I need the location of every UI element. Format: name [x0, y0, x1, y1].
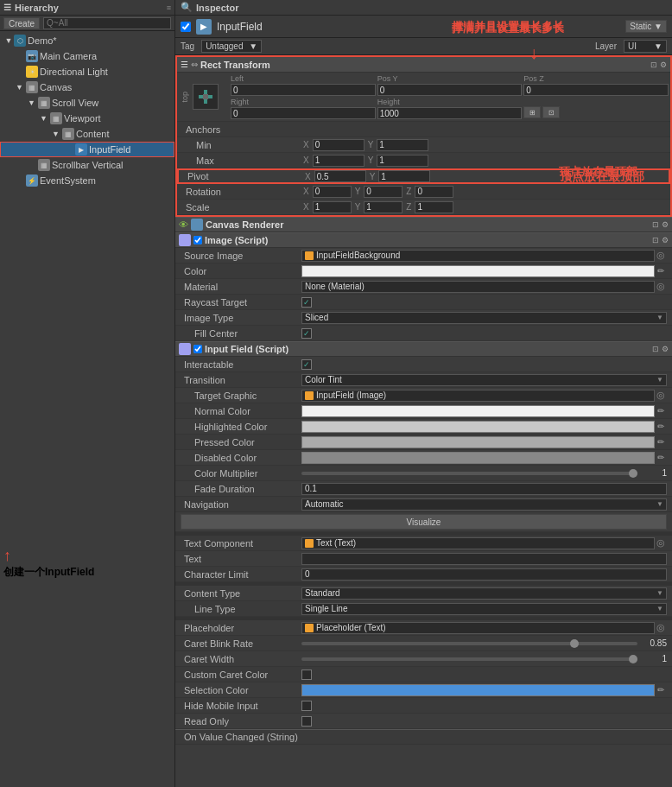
- static-button[interactable]: Static ▼: [625, 20, 667, 33]
- cr-action2[interactable]: ⚙: [662, 220, 669, 229]
- max-y-input[interactable]: [377, 155, 428, 167]
- tree-item-demo[interactable]: ▼ ⬡ Demo*: [0, 33, 174, 48]
- rect-transform-header[interactable]: ☰ ⇔ Rect Transform ⊡ ⚙: [177, 57, 670, 73]
- caret-blink-slider-thumb[interactable]: [570, 639, 579, 648]
- fade-duration-label: Fade Duration: [181, 484, 301, 494]
- is-active-checkbox[interactable]: [193, 236, 202, 244]
- ifs-header[interactable]: Input Field (Script) ⊡ ⚙: [175, 341, 672, 357]
- content-type-dropdown[interactable]: Standard▼: [301, 587, 667, 600]
- tree-item-directional-light[interactable]: ☀ Directional Light: [0, 64, 174, 79]
- fill-center-checkbox[interactable]: ✓: [301, 328, 312, 339]
- tag-value[interactable]: Untagged▼: [201, 40, 262, 53]
- color-pen-icon[interactable]: ✏: [655, 266, 667, 276]
- scale-z[interactable]: [415, 201, 453, 213]
- material-field[interactable]: None (Material): [301, 281, 655, 293]
- disabled-color-swatch[interactable]: [301, 452, 655, 464]
- object-icon: ▶: [196, 19, 212, 35]
- min-y-input[interactable]: [377, 139, 428, 151]
- create-button[interactable]: Create: [3, 17, 40, 29]
- line-type-dropdown[interactable]: Single Line▼: [301, 603, 667, 615]
- ifs-action1[interactable]: ⊡: [652, 345, 659, 353]
- interactable-label: Interactable: [181, 359, 301, 370]
- tc-circle[interactable]: ◎: [655, 537, 667, 549]
- scale-label: Scale: [182, 202, 303, 213]
- tree-item-viewport[interactable]: ▼ ▦ Viewport: [0, 111, 174, 126]
- tree-item-scrollbar[interactable]: ▦ Scrollbar Vertical: [0, 157, 174, 173]
- posz-input[interactable]: [523, 84, 669, 96]
- ifs-active-checkbox[interactable]: [193, 345, 202, 353]
- image-type-dropdown[interactable]: Sliced▼: [301, 312, 667, 324]
- disabled-color-pen[interactable]: ✏: [655, 453, 667, 462]
- image-script-header[interactable]: Image (Script) ⊡ ⚙: [175, 232, 672, 248]
- hierarchy-search[interactable]: [43, 17, 171, 29]
- tree-item-canvas[interactable]: ▼ ▦ Canvas: [0, 79, 174, 95]
- caret-width-slider-thumb[interactable]: [629, 655, 637, 663]
- text-input[interactable]: [301, 553, 667, 565]
- selection-color-swatch[interactable]: [301, 684, 655, 696]
- ph-circle[interactable]: ◎: [655, 622, 667, 633]
- transition-dropdown[interactable]: Color Tint▼: [301, 374, 667, 386]
- anchors-max-row: Max X Y: [177, 153, 670, 168]
- normal-color-swatch[interactable]: [301, 405, 655, 417]
- tree-item-scroll-view[interactable]: ▼ ▦ Scroll View: [0, 95, 174, 111]
- visualize-button[interactable]: Visualize: [181, 514, 667, 530]
- scale-x[interactable]: [313, 201, 352, 213]
- pressed-color-swatch[interactable]: [301, 436, 655, 448]
- cr-icon: [191, 219, 203, 231]
- selection-color-pen[interactable]: ✏: [655, 685, 667, 695]
- target-graphic-row: Target Graphic InputField (Image) ◎: [175, 388, 672, 403]
- rt-action2[interactable]: ⚙: [660, 60, 667, 69]
- label-directional-light: Directional Light: [40, 67, 108, 77]
- hide-mobile-checkbox[interactable]: [301, 701, 312, 711]
- canvas-renderer-header[interactable]: 👁 Canvas Renderer ⊡ ⚙: [175, 217, 672, 232]
- disabled-color-label: Disabled Color: [181, 453, 301, 463]
- ifs-action2[interactable]: ⚙: [662, 345, 669, 353]
- is-action1[interactable]: ⊡: [652, 236, 659, 244]
- tree-item-eventsystem[interactable]: ⚡ EventSystem: [0, 173, 174, 188]
- min-x-input[interactable]: [313, 139, 365, 151]
- right-input[interactable]: [231, 107, 376, 119]
- highlighted-color-swatch[interactable]: [301, 421, 655, 433]
- tree-item-inputfield[interactable]: ▶ InputField: [0, 142, 174, 157]
- max-x-input[interactable]: [313, 155, 365, 167]
- fade-duration-input[interactable]: [301, 483, 667, 495]
- material-circle[interactable]: ◎: [655, 281, 667, 292]
- cr-action1[interactable]: ⊡: [652, 220, 659, 229]
- char-limit-input[interactable]: [301, 568, 667, 581]
- pivot-y-input[interactable]: [378, 170, 430, 182]
- pivot-x-input[interactable]: [314, 170, 366, 182]
- rot-z[interactable]: [415, 186, 453, 198]
- source-image-field[interactable]: InputFieldBackground: [301, 250, 655, 262]
- inspector-scroll[interactable]: ☰ ⇔ Rect Transform ⊡ ⚙ top: [175, 55, 672, 787]
- color-mult-slider-thumb[interactable]: [629, 469, 637, 478]
- scale-y[interactable]: [364, 201, 403, 213]
- object-active-checkbox[interactable]: [181, 22, 191, 32]
- posy-input[interactable]: [377, 84, 523, 96]
- navigation-dropdown[interactable]: Automatic▼: [301, 498, 667, 511]
- left-input[interactable]: [231, 84, 376, 96]
- text-component-field[interactable]: Text (Text): [301, 537, 655, 549]
- height-input[interactable]: [377, 107, 523, 119]
- custom-caret-checkbox[interactable]: [301, 670, 312, 680]
- rot-x[interactable]: [313, 186, 352, 198]
- pressed-color-pen[interactable]: ✏: [655, 437, 667, 447]
- rt-stretch-widget[interactable]: [193, 84, 219, 110]
- tree-item-content[interactable]: ▼ ▦ Content: [0, 126, 174, 142]
- read-only-checkbox[interactable]: [301, 716, 312, 727]
- normal-color-pen[interactable]: ✏: [655, 406, 667, 416]
- rt-fit-btn[interactable]: ⊞: [523, 106, 541, 118]
- placeholder-field[interactable]: Placeholder (Text): [301, 622, 655, 634]
- layer-value[interactable]: UI▼: [624, 40, 667, 53]
- rt-action1[interactable]: ⊡: [650, 60, 657, 69]
- interactable-checkbox[interactable]: ✓: [301, 359, 312, 370]
- source-image-circle[interactable]: ◎: [655, 250, 667, 261]
- tree-item-main-camera[interactable]: 📷 Main Camera: [0, 48, 174, 64]
- raycast-checkbox[interactable]: ✓: [301, 297, 312, 308]
- target-graphic-field[interactable]: InputField (Image): [301, 390, 655, 402]
- tg-circle[interactable]: ◎: [655, 390, 667, 401]
- rt-expand-btn[interactable]: ⊡: [542, 106, 560, 118]
- rot-y[interactable]: [364, 186, 403, 198]
- is-action2[interactable]: ⚙: [662, 236, 669, 244]
- color-swatch[interactable]: [301, 265, 655, 277]
- highlighted-color-pen[interactable]: ✏: [655, 422, 667, 431]
